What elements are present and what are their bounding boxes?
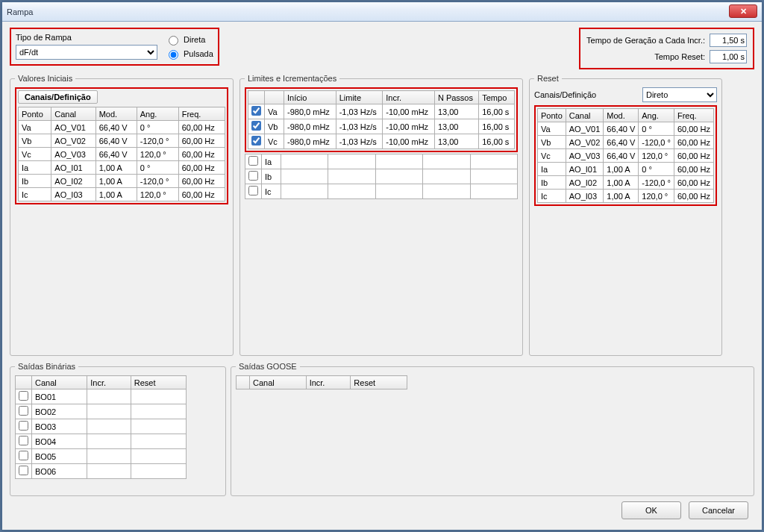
cell[interactable]: Vb <box>538 136 566 149</box>
row-checkbox[interactable] <box>248 171 258 181</box>
cell[interactable] <box>87 464 131 479</box>
cell[interactable]: Vb <box>265 119 284 134</box>
cell[interactable]: -1,03 Hz/s <box>336 104 383 119</box>
row-checkbox-cell[interactable] <box>248 104 265 119</box>
cell[interactable]: 60,00 Hz <box>674 176 713 190</box>
valores-iniciais-table[interactable]: Ponto Canal Mod. Ang. Freq. VaAO_V0166,4… <box>18 107 225 201</box>
radio-direta-input[interactable] <box>169 36 178 46</box>
row-checkbox-cell[interactable] <box>16 434 32 449</box>
cell[interactable]: 0 ° <box>137 161 178 175</box>
cell[interactable]: 60,00 Hz <box>178 188 225 201</box>
row-checkbox[interactable] <box>19 466 28 475</box>
cell[interactable]: 66,40 V <box>96 134 137 148</box>
tempo-geracao-input[interactable] <box>710 34 747 47</box>
row-checkbox[interactable] <box>19 406 28 416</box>
radio-pulsada-input[interactable] <box>169 50 178 60</box>
cell[interactable]: AO_V01 <box>566 122 604 136</box>
cell[interactable]: -120,0 ° <box>137 134 178 148</box>
table-row[interactable]: BO05 <box>16 449 187 464</box>
cell[interactable]: Ib <box>262 169 281 184</box>
cell[interactable]: 13,00 <box>434 134 478 149</box>
table-row[interactable]: BO02 <box>16 404 187 419</box>
row-checkbox[interactable] <box>251 136 261 145</box>
cell[interactable]: 1,00 A <box>604 176 639 190</box>
cell[interactable] <box>470 169 517 184</box>
cell[interactable]: 1,00 A <box>96 188 137 201</box>
cell[interactable]: 60,00 Hz <box>178 134 225 148</box>
tab-canais-definicao-vi[interactable]: Canais/Definição <box>18 90 98 104</box>
row-checkbox-cell[interactable] <box>16 419 32 434</box>
row-checkbox[interactable] <box>248 156 258 166</box>
cell[interactable] <box>328 184 375 199</box>
cell[interactable] <box>423 169 470 184</box>
cell[interactable] <box>375 154 422 169</box>
cell[interactable]: 120,0 ° <box>137 148 178 161</box>
table-row[interactable]: Ic <box>245 184 518 199</box>
cell[interactable]: 60,00 Hz <box>674 149 713 163</box>
limites-table-unchecked[interactable]: IaIbIc <box>245 154 518 199</box>
cell[interactable] <box>375 184 422 199</box>
cell[interactable]: 120,0 ° <box>137 188 178 201</box>
cell[interactable]: 1,00 A <box>96 175 137 188</box>
cell[interactable]: -10,00 mHz <box>383 104 435 119</box>
cell[interactable]: 60,00 Hz <box>674 136 713 149</box>
cell[interactable]: -1,03 Hz/s <box>336 119 383 134</box>
row-checkbox[interactable] <box>248 186 258 195</box>
cell[interactable]: 0 ° <box>639 122 674 136</box>
cell[interactable]: Ic <box>262 184 281 199</box>
close-icon[interactable]: ✕ <box>729 4 757 18</box>
row-checkbox[interactable] <box>251 106 261 116</box>
table-row[interactable]: VaAO_V0166,40 V0 °60,00 Hz <box>19 121 225 134</box>
cell[interactable]: -10,00 mHz <box>383 119 435 134</box>
cell[interactable]: 16,00 s <box>479 104 515 119</box>
saidas-binarias-table[interactable]: Canal Incr. Reset BO01BO02BO03BO04BO05BO… <box>15 375 187 479</box>
cell[interactable]: 66,40 V <box>604 122 639 136</box>
row-checkbox-cell[interactable] <box>245 154 262 169</box>
cell[interactable]: 60,00 Hz <box>674 190 713 203</box>
cell[interactable] <box>328 154 375 169</box>
cell[interactable]: 60,00 Hz <box>178 121 225 134</box>
row-checkbox-cell[interactable] <box>16 389 32 404</box>
table-row[interactable]: Ib <box>245 169 518 184</box>
row-checkbox[interactable] <box>19 391 28 401</box>
cell[interactable]: BO02 <box>32 404 87 419</box>
table-row[interactable]: Vc-980,0 mHz-1,03 Hz/s-10,00 mHz13,0016,… <box>248 134 515 149</box>
cell[interactable]: 66,40 V <box>96 148 137 161</box>
table-row[interactable]: Vb-980,0 mHz-1,03 Hz/s-10,00 mHz13,0016,… <box>248 119 515 134</box>
cell[interactable]: Ia <box>19 161 51 175</box>
row-checkbox-cell[interactable] <box>16 449 32 464</box>
cell[interactable]: Ib <box>19 175 51 188</box>
row-checkbox-cell[interactable] <box>248 119 265 134</box>
row-checkbox-cell[interactable] <box>245 184 262 199</box>
cell[interactable] <box>131 434 186 449</box>
cell[interactable] <box>281 154 328 169</box>
cell[interactable] <box>131 419 186 434</box>
cell[interactable] <box>87 404 131 419</box>
cell[interactable]: -980,0 mHz <box>284 119 336 134</box>
cell[interactable] <box>375 169 422 184</box>
cell[interactable]: AO_I01 <box>51 161 96 175</box>
cell[interactable] <box>87 389 131 404</box>
table-row[interactable]: BO03 <box>16 419 187 434</box>
cell[interactable]: 66,40 V <box>96 121 137 134</box>
cell[interactable]: Vb <box>19 134 51 148</box>
table-row[interactable]: VbAO_V0266,40 V-120,0 °60,00 Hz <box>538 136 714 149</box>
table-row[interactable]: IaAO_I011,00 A0 °60,00 Hz <box>538 163 714 176</box>
reset-mode-select[interactable]: Direto <box>642 87 717 102</box>
cell[interactable]: BO01 <box>32 389 87 404</box>
cell[interactable]: 16,00 s <box>479 134 515 149</box>
cell[interactable]: Ia <box>538 163 566 176</box>
cell[interactable] <box>281 184 328 199</box>
cell[interactable]: Vc <box>538 149 566 163</box>
cell[interactable]: BO05 <box>32 449 87 464</box>
cell[interactable] <box>131 464 186 479</box>
saidas-goose-table[interactable]: Canal Incr. Reset <box>236 375 407 389</box>
ok-button[interactable]: OK <box>621 501 681 519</box>
cell[interactable]: Ic <box>538 190 566 203</box>
cell[interactable]: AO_I01 <box>566 163 604 176</box>
table-row[interactable]: BO04 <box>16 434 187 449</box>
row-checkbox[interactable] <box>19 436 28 445</box>
tempo-reset-input[interactable] <box>710 50 747 63</box>
cell[interactable] <box>470 154 517 169</box>
row-checkbox-cell[interactable] <box>16 404 32 419</box>
